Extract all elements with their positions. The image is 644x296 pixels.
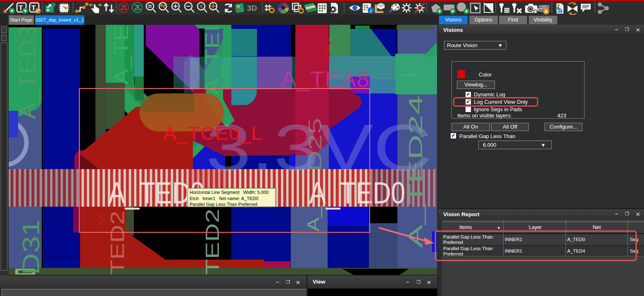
svg-text:D31: D31 xyxy=(17,219,44,275)
svg-text:A_TE: A_TE xyxy=(110,25,132,85)
svg-text:A_TCE0_L: A_TCE0_L xyxy=(163,123,262,143)
svg-text:A_TED3: A_TED3 xyxy=(14,26,40,119)
svg-text:D25: D25 xyxy=(305,118,325,172)
svg-text:TED2: TED2 xyxy=(202,209,223,275)
svg-text:A_TEA8: A_TEA8 xyxy=(281,67,370,91)
svg-text:A_TED4: A_TED4 xyxy=(403,73,416,77)
svg-text:TED2: TED2 xyxy=(107,211,128,275)
svg-text:A: A xyxy=(544,9,548,14)
svg-text:A_TED24: A_TED24 xyxy=(405,95,426,248)
svg-text:A_TCED_L: A_TCED_L xyxy=(325,38,330,64)
svg-text:R2: R2 xyxy=(537,8,543,12)
svg-text:A_TEI: A_TEI xyxy=(201,25,223,95)
svg-text:A_TED0: A_TED0 xyxy=(309,176,405,210)
svg-text:3D: 3D xyxy=(247,4,257,12)
svg-text:A_TC: A_TC xyxy=(98,214,103,225)
